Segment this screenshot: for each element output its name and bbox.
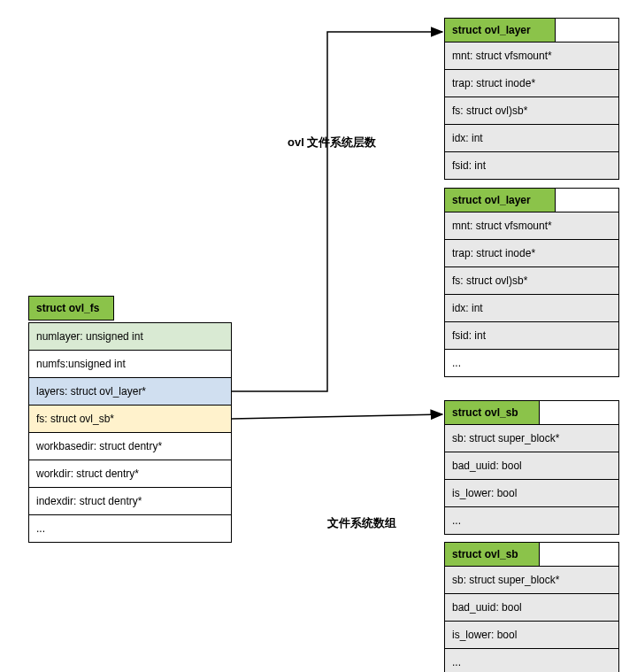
field: sb: struct super_block* [445,425,619,452]
field: ... [445,507,619,535]
label-fs-count: 文件系统数组 [327,515,396,531]
field: fs: struct ovl_sb* [29,406,232,433]
field: bad_uuid: bool [445,594,619,622]
field: ... [29,515,232,543]
field: numlayer: unsigned int [29,323,232,351]
field: fsid: int [445,322,619,350]
field: layers: struct ovl_layer* [29,378,232,406]
struct-header-ovl-fs: struct ovl_fs [28,296,114,321]
struct-ovl-sb-1: struct ovl_sb sb: struct super_block* ba… [444,400,619,535]
struct-header: struct ovl_sb [445,401,540,424]
field: workbasedir: struct dentry* [29,433,232,460]
field: idx: int [445,295,619,322]
struct-header: struct ovl_sb [445,543,540,566]
arrow-layers [232,32,442,391]
field: indexdir: struct dentry* [29,488,232,515]
field: idx: int [445,125,619,152]
struct-ovl-fs: numlayer: unsigned int numfs:unsigned in… [28,322,232,543]
field: ... [445,350,619,377]
struct-ovl-layer-2: struct ovl_layer mnt: struct vfsmount* t… [444,188,619,377]
struct-ovl-sb-2: struct ovl_sb sb: struct super_block* ba… [444,542,619,672]
field: fs: struct ovl)sb* [445,97,619,125]
field: bad_uuid: bool [445,452,619,480]
struct-header: struct ovl_layer [445,19,556,42]
field: sb: struct super_block* [445,567,619,594]
field: mnt: struct vfsmount* [445,42,619,70]
field: fsid: int [445,152,619,180]
field: trap: struct inode* [445,70,619,97]
field: ... [445,649,619,673]
field: fs: struct ovl)sb* [445,267,619,295]
field: numfs:unsigned int [29,351,232,378]
label-layer-count: ovl 文件系统层数 [288,135,376,151]
struct-header: struct ovl_layer [445,189,556,212]
field: is_lower: bool [445,622,619,649]
arrow-fs [232,414,442,419]
field: trap: struct inode* [445,240,619,267]
field: mnt: struct vfsmount* [445,212,619,240]
struct-ovl-layer-1: struct ovl_layer mnt: struct vfsmount* t… [444,18,619,180]
field: is_lower: bool [445,480,619,507]
field: workdir: struct dentry* [29,460,232,488]
